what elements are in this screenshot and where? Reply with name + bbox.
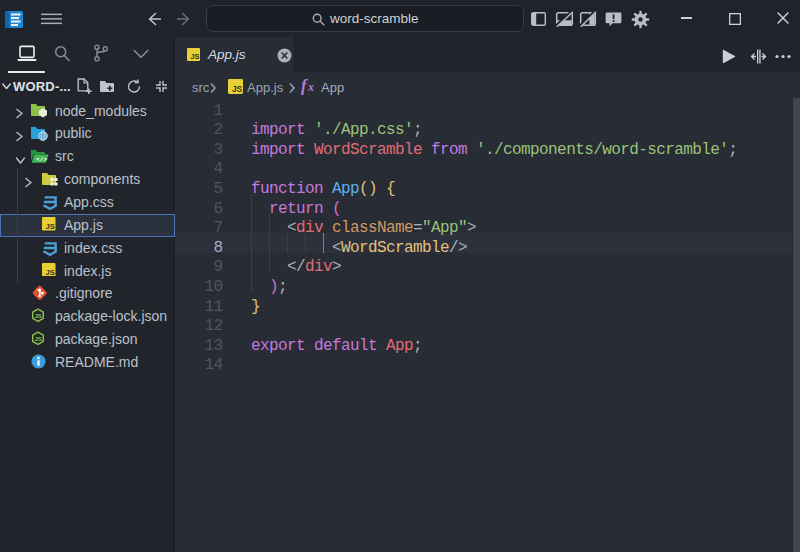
svg-text:JS: JS — [34, 336, 41, 342]
svg-text:JS: JS — [34, 313, 41, 319]
svg-text:</>: </> — [36, 156, 47, 163]
svg-text:JS: JS — [46, 222, 55, 231]
svg-text:JS: JS — [46, 267, 55, 276]
